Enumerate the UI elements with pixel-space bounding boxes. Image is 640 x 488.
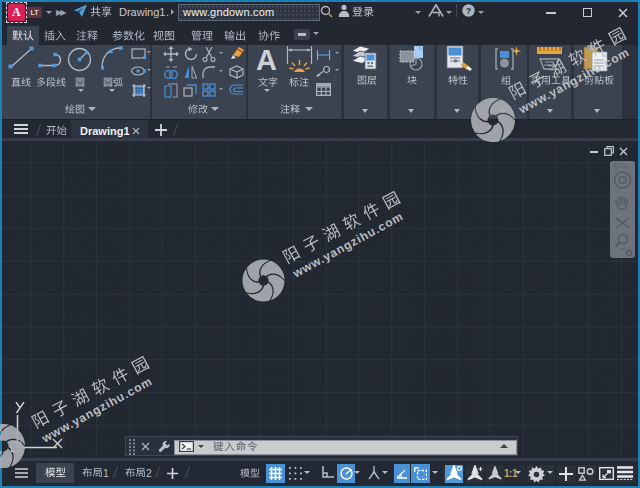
svg-text:?: ?: [466, 6, 472, 16]
